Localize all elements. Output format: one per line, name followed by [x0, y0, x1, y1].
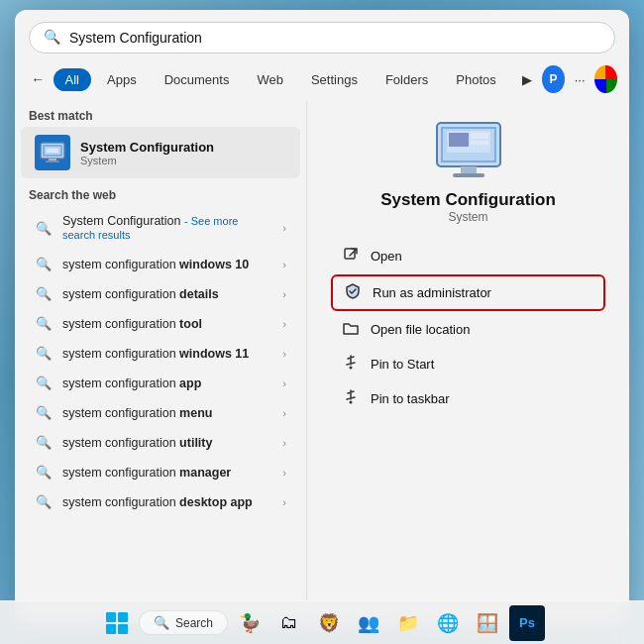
search-input-box[interactable]: 🔍 System Configuration — [29, 22, 615, 54]
search-icon-4: 🔍 — [35, 346, 53, 361]
action-open-file-location[interactable]: Open file location — [331, 313, 605, 346]
right-app-sub: System — [331, 210, 605, 224]
taskbar-ps-icon[interactable]: Ps — [509, 605, 545, 641]
svg-rect-9 — [461, 166, 477, 174]
taskbar-search-icon: 🔍 — [154, 615, 169, 630]
taskbar-brave-icon[interactable]: 🦁 — [311, 605, 347, 641]
play-icon-button[interactable]: ▶ — [516, 65, 539, 93]
svg-rect-5 — [47, 149, 58, 153]
best-match-label: Best match — [15, 101, 306, 127]
best-match-text: System Configuration System — [80, 140, 214, 166]
tab-web[interactable]: Web — [245, 68, 295, 91]
desktop: 🔍 System Configuration ← All Apps Docume… — [0, 0, 644, 644]
web-result-2[interactable]: 🔍 system configuration details › — [21, 279, 300, 308]
search-magnifier-icon: 🔍 — [44, 29, 61, 47]
action-pin-to-start[interactable]: Pin to Start — [331, 348, 605, 380]
pin-icon-1 — [341, 355, 361, 374]
tab-documents[interactable]: Documents — [153, 68, 242, 91]
web-result-9[interactable]: 🔍 system configuration desktop app › — [21, 487, 300, 516]
arrow-8: › — [282, 467, 286, 479]
taskbar-file-icon[interactable]: 🗂 — [271, 605, 307, 641]
svg-rect-15 — [345, 249, 355, 259]
web-result-6[interactable]: 🔍 system configuration menu › — [21, 398, 300, 427]
tab-photos[interactable]: Photos — [444, 68, 507, 91]
right-monitor-icon — [433, 121, 504, 180]
arrow-6: › — [282, 407, 286, 419]
app-icon-box — [35, 135, 70, 170]
web-result-text-9: system configuration desktop app — [62, 495, 272, 509]
search-icon-7: 🔍 — [35, 435, 53, 450]
action-admin-label: Run as administrator — [373, 285, 491, 300]
action-run-as-admin[interactable]: Run as administrator — [331, 274, 605, 311]
taskbar-folder-icon[interactable]: 📁 — [390, 605, 426, 641]
web-result-text-4: system configuration windows 11 — [62, 347, 272, 361]
taskbar-teams-icon[interactable]: 👥 — [351, 605, 386, 641]
action-file-location-label: Open file location — [371, 322, 470, 337]
web-result-text-2: system configuration details — [62, 287, 272, 301]
right-app-name: System Configuration — [331, 190, 605, 210]
web-result-text-7: system configuration utility — [62, 436, 272, 450]
search-icon-9: 🔍 — [35, 494, 53, 509]
tab-folders[interactable]: Folders — [374, 68, 440, 91]
admin-shield-icon — [343, 283, 363, 302]
right-app-icon-area — [331, 121, 605, 180]
svg-rect-12 — [449, 133, 469, 147]
tab-apps[interactable]: Apps — [95, 68, 149, 91]
web-result-text-0: System Configuration - See more search r… — [62, 214, 272, 242]
web-result-3[interactable]: 🔍 system configuration tool › — [21, 309, 300, 338]
web-result-text-1: system configuration windows 10 — [62, 258, 272, 271]
best-match-item[interactable]: System Configuration System — [21, 127, 300, 178]
arrow-5: › — [282, 377, 286, 389]
search-icon-1: 🔍 — [35, 257, 53, 271]
main-content-area: Best match System Co — [15, 101, 629, 624]
left-results-panel: Best match System Co — [15, 101, 307, 624]
action-open-label: Open — [371, 249, 402, 264]
action-pin-to-taskbar[interactable]: Pin to taskbar — [331, 382, 605, 415]
search-icon-0: 🔍 — [35, 221, 53, 236]
taskbar-edge-icon[interactable]: 🌐 — [430, 605, 466, 641]
svg-point-16 — [350, 367, 353, 370]
web-result-4[interactable]: 🔍 system configuration windows 11 › — [21, 339, 300, 368]
web-result-text-6: system configuration menu — [62, 406, 272, 420]
search-web-label: Search the web — [15, 178, 306, 206]
best-match-sub: System — [80, 155, 214, 166]
arrow-3: › — [282, 318, 286, 330]
pin-icon-2 — [341, 389, 361, 408]
web-result-0[interactable]: 🔍 System Configuration - See more search… — [21, 207, 300, 249]
profile-button[interactable]: P — [542, 65, 565, 93]
taskbar-search-box[interactable]: 🔍 Search — [139, 610, 228, 635]
tab-settings[interactable]: Settings — [299, 68, 370, 91]
web-result-5[interactable]: 🔍 system configuration app › — [21, 369, 300, 397]
arrow-1: › — [282, 259, 286, 270]
search-icon-2: 🔍 — [35, 286, 53, 301]
right-detail-panel: System Configuration System Open — [307, 101, 629, 624]
filter-tabs-bar: ← All Apps Documents Web Settings Folder… — [15, 61, 629, 101]
svg-rect-13 — [471, 133, 488, 139]
svg-rect-3 — [46, 161, 59, 162]
action-open[interactable]: Open — [331, 240, 605, 272]
best-match-name: System Configuration — [80, 140, 214, 155]
back-button[interactable]: ← — [27, 65, 50, 93]
arrow-0: › — [282, 222, 286, 234]
svg-point-17 — [350, 401, 353, 404]
tab-all[interactable]: All — [54, 68, 91, 91]
action-pin-start-label: Pin to Start — [371, 357, 434, 372]
arrow-4: › — [282, 348, 286, 360]
arrow-2: › — [282, 288, 286, 300]
search-window: 🔍 System Configuration ← All Apps Docume… — [15, 10, 629, 624]
more-options-button[interactable]: ··· — [569, 65, 591, 93]
web-result-7[interactable]: 🔍 system configuration utility › — [21, 428, 300, 457]
web-result-8[interactable]: 🔍 system configuration manager › — [21, 458, 300, 486]
web-result-1[interactable]: 🔍 system configuration windows 10 › — [21, 250, 300, 278]
taskbar-duck-icon[interactable]: 🦆 — [232, 605, 268, 641]
start-button[interactable] — [99, 605, 135, 641]
svg-rect-14 — [471, 141, 488, 145]
colorful-icon-button[interactable] — [594, 65, 617, 93]
open-icon — [341, 247, 361, 266]
svg-rect-10 — [453, 173, 484, 177]
taskbar-store-icon[interactable]: 🪟 — [470, 605, 505, 641]
action-pin-taskbar-label: Pin to taskbar — [371, 391, 450, 406]
monitor-icon — [39, 141, 66, 164]
web-result-text-5: system configuration app — [62, 376, 272, 390]
search-icon-6: 🔍 — [35, 405, 53, 420]
